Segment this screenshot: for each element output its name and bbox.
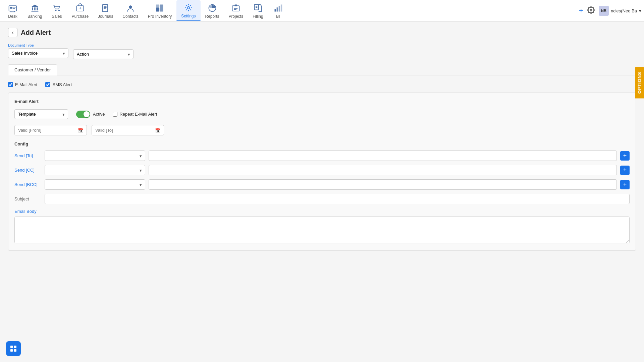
sms-alert-label: SMS Alert <box>52 82 72 87</box>
nav-item-contacts[interactable]: Contacts <box>118 1 143 21</box>
bi-icon <box>273 3 283 13</box>
subject-input[interactable] <box>45 194 630 204</box>
svg-rect-0 <box>9 6 17 11</box>
send-to-select-wrapper <box>45 150 145 161</box>
add-button[interactable]: + <box>579 6 583 15</box>
nav-label-settings: Settings <box>181 14 196 18</box>
nav-label-contacts: Contacts <box>122 14 138 19</box>
nav-item-projects[interactable]: Projects <box>224 1 248 21</box>
send-to-select[interactable] <box>45 150 145 161</box>
chevron-down-icon: ▾ <box>639 8 641 13</box>
banking-icon <box>30 3 40 13</box>
svg-rect-11 <box>31 11 38 12</box>
main-content: ‹ Add Alert Document Type Sales Invoice … <box>0 22 644 362</box>
reports-icon <box>207 3 218 13</box>
nav-label-projects: Projects <box>229 14 243 19</box>
nav-label-journals: Journals <box>98 14 113 19</box>
settings-icon <box>183 2 194 13</box>
nav-label-sales: Sales <box>52 14 62 19</box>
nav-item-bi[interactable]: BI <box>268 1 288 21</box>
repeat-checkbox[interactable] <box>113 112 117 117</box>
user-button[interactable]: NB ncies(Neo Ba ▾ <box>599 6 641 16</box>
action-select-wrapper: Action <box>73 49 133 59</box>
contacts-icon <box>125 3 136 13</box>
document-type-label: Document Type <box>8 43 68 47</box>
page-title: Add Alert <box>21 29 51 37</box>
email-alert-checkbox[interactable] <box>8 82 13 87</box>
svg-rect-23 <box>156 7 160 11</box>
svg-marker-7 <box>31 5 38 7</box>
sms-alert-checkbox[interactable] <box>45 82 50 87</box>
send-bcc-text-input[interactable] <box>149 179 617 190</box>
nav-item-filling[interactable]: Filling <box>248 1 268 21</box>
config-title: Config <box>14 141 630 146</box>
svg-rect-35 <box>274 9 276 12</box>
subject-row: Subject <box>14 194 630 204</box>
send-bcc-select[interactable] <box>45 179 145 190</box>
svg-rect-36 <box>277 7 278 11</box>
svg-rect-42 <box>10 349 13 352</box>
send-bcc-add-button[interactable]: + <box>620 180 630 189</box>
nav-label-filling: Filling <box>253 14 263 19</box>
repeat-checkbox-item[interactable]: Repeat E-Mail Alert <box>113 112 157 117</box>
options-sidebar[interactable]: OPTIONS <box>635 67 644 99</box>
svg-rect-2 <box>13 7 16 8</box>
document-type-select[interactable]: Sales Invoice <box>8 48 68 58</box>
nav-item-settings[interactable]: Settings <box>176 0 200 21</box>
nav-item-sales[interactable]: Sales <box>47 1 67 21</box>
journals-icon <box>100 3 111 13</box>
nav-item-journals[interactable]: Journals <box>93 1 118 21</box>
action-select[interactable]: Action <box>73 49 133 59</box>
active-toggle[interactable] <box>76 111 90 118</box>
svg-rect-10 <box>37 7 38 10</box>
email-body-textarea[interactable] <box>14 217 630 243</box>
email-alert-checkbox-item[interactable]: E-Mail Alert <box>8 82 37 87</box>
back-button[interactable]: ‹ <box>8 28 17 37</box>
nav-label-banking: Banking <box>28 14 42 19</box>
svg-rect-17 <box>102 5 108 12</box>
purchase-icon <box>75 3 86 13</box>
bottom-app-icon[interactable] <box>6 341 21 356</box>
svg-rect-18 <box>104 6 107 7</box>
page-header: ‹ Add Alert <box>8 28 636 37</box>
date-row: 📅 📅 <box>14 125 630 135</box>
nav-item-desk[interactable]: Desk <box>3 1 23 21</box>
valid-from-wrapper: 📅 <box>14 125 87 135</box>
nav-label-reports: Reports <box>205 14 219 19</box>
alert-controls: Template Active Repeat E-Mail Alert <box>14 109 630 119</box>
send-bcc-select-wrapper <box>45 179 145 190</box>
template-select-wrapper: Template <box>14 109 68 119</box>
send-cc-select[interactable] <box>45 165 145 175</box>
checkbox-row: E-Mail Alert SMS Alert <box>8 82 636 87</box>
send-to-add-button[interactable]: + <box>620 151 630 161</box>
avatar: NB <box>599 6 609 16</box>
send-cc-add-button[interactable]: + <box>620 166 630 175</box>
send-to-text-input[interactable] <box>149 150 617 161</box>
svg-rect-41 <box>14 346 16 348</box>
send-cc-row: Send [CC] + <box>14 165 630 175</box>
svg-rect-8 <box>32 7 33 10</box>
nav-item-pro-inventory[interactable]: Pro Inventory <box>143 1 176 21</box>
email-body-label: Email Body <box>14 209 630 214</box>
email-body-section: Email Body <box>14 209 630 244</box>
subject-label: Subject <box>14 196 41 201</box>
nav-item-purchase[interactable]: Purchase <box>67 1 93 21</box>
svg-rect-43 <box>14 349 16 352</box>
svg-rect-37 <box>279 6 280 12</box>
send-cc-text-input[interactable] <box>149 165 617 175</box>
email-alert-section: E-mail Alert Template Active Repeat E-Ma… <box>8 93 636 251</box>
nav-item-banking[interactable]: Banking <box>23 1 47 21</box>
valid-from-input[interactable] <box>14 125 87 135</box>
sms-alert-checkbox-item[interactable]: SMS Alert <box>45 82 72 87</box>
projects-icon <box>230 3 241 13</box>
tab-customer-vendor[interactable]: Customer / Vendor <box>8 64 57 75</box>
valid-to-input[interactable] <box>92 125 164 135</box>
desk-icon <box>7 3 18 13</box>
nav-label-desk: Desk <box>8 14 17 19</box>
nav-item-reports[interactable]: Reports <box>201 1 224 21</box>
send-to-row: Send [To] + <box>14 150 630 161</box>
gear-button[interactable] <box>587 6 595 15</box>
svg-rect-21 <box>107 5 108 11</box>
template-select[interactable]: Template <box>14 109 68 119</box>
svg-point-39 <box>590 9 592 11</box>
